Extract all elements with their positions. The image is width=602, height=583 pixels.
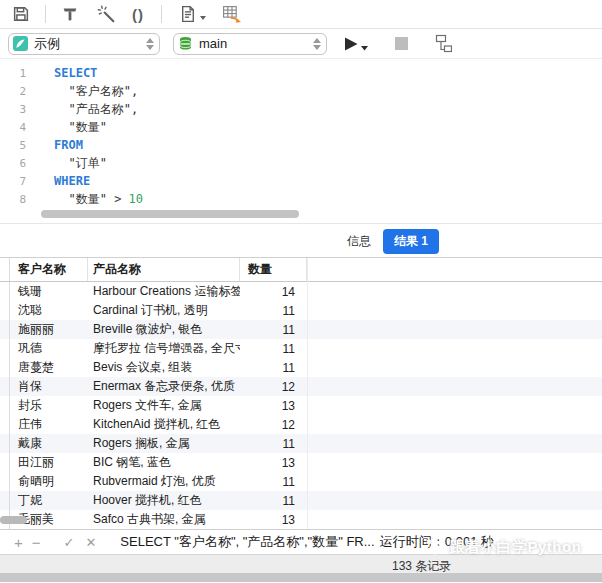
revert-changes-icon[interactable]: ✕ <box>85 536 96 549</box>
grid-cell-quantity[interactable]: 13 <box>240 456 307 470</box>
grid-cell-quantity[interactable]: 11 <box>240 361 307 375</box>
grid-cell-product[interactable]: KitchenAid 搅拌机, 红色 <box>88 416 240 433</box>
query-preview-text: SELECT "客户名称", "产品名称","数量" FR... <box>120 533 374 551</box>
grid-body: 钱珊Harbour Creations 运输标签,14沈聪Cardinal 订书… <box>0 282 602 529</box>
grid-cell-product[interactable]: Rogers 搁板, 金属 <box>88 435 240 452</box>
line-number: 5 <box>0 139 26 152</box>
grid-cell-quantity[interactable]: 11 <box>240 304 307 318</box>
grid-cell-customer[interactable]: 封乐 <box>10 397 88 414</box>
grid-cell-customer[interactable]: 丁妮 <box>10 492 88 509</box>
save-icon[interactable] <box>12 5 30 23</box>
grid-cell-customer[interactable]: 戴康 <box>10 435 88 452</box>
grid-column-divider <box>307 258 308 529</box>
delete-row-icon[interactable]: − <box>32 535 41 550</box>
magic-wand-icon[interactable] <box>97 5 116 24</box>
grid-cell-customer[interactable]: 施丽丽 <box>10 321 88 338</box>
sql-editor[interactable]: 1SELECT2 "客户名称",3 "产品名称",4 "数量"5FROM6 "订… <box>0 59 602 224</box>
grid-row-gutter <box>0 491 10 510</box>
grid-cell-customer[interactable]: 俞晒明 <box>10 473 88 490</box>
schema-select-value: main <box>199 36 313 51</box>
table-row[interactable]: 唐蔓楚Bevis 会议桌, 组装11 <box>0 358 602 377</box>
database-icon <box>178 36 193 51</box>
grid-cell-product[interactable]: Breville 微波炉, 银色 <box>88 321 240 338</box>
hammer-icon[interactable] <box>61 5 79 23</box>
grid-cell-product[interactable]: Cardinal 订书机, 透明 <box>88 302 240 319</box>
table-row[interactable]: 庄伟KitchenAid 搅拌机, 红色12 <box>0 415 602 434</box>
grid-cell-customer[interactable]: 庄伟 <box>10 416 88 433</box>
stop-icon[interactable] <box>395 37 408 50</box>
grid-cell-quantity[interactable]: 12 <box>240 418 307 432</box>
grid-row-gutter <box>0 377 10 396</box>
table-row[interactable]: 丁妮Hoover 搅拌机, 红色11 <box>0 491 602 510</box>
column-header-product[interactable]: 产品名称 <box>88 258 240 281</box>
grid-cell-customer[interactable]: 肖保 <box>10 378 88 395</box>
sql-client-window: () 示例 <box>0 0 602 583</box>
grid-cell-product[interactable]: BIC 钢笔, 蓝色 <box>88 454 240 471</box>
tab-info[interactable]: 信息 <box>347 233 371 250</box>
grid-cell-quantity[interactable]: 11 <box>240 323 307 337</box>
column-header-customer[interactable]: 客户名称 <box>10 258 88 281</box>
grid-cell-quantity[interactable]: 11 <box>240 494 307 508</box>
grid-cell-customer[interactable]: 钱珊 <box>10 283 88 300</box>
export-resultset-icon[interactable] <box>222 5 242 24</box>
grid-cell-product[interactable]: Rubvermaid 灯泡, 优质 <box>88 473 240 490</box>
add-row-icon[interactable]: + <box>14 535 23 550</box>
grid-cell-product[interactable]: Safco 古典书架, 金属 <box>88 511 240 528</box>
play-icon <box>345 37 358 50</box>
grid-scrollbar-thumb[interactable] <box>0 516 27 524</box>
parentheses-icon[interactable]: () <box>132 6 144 23</box>
grid-cell-product[interactable]: Bevis 会议桌, 组装 <box>88 359 240 376</box>
grid-cell-customer[interactable]: 唐蔓楚 <box>10 359 88 376</box>
grid-cell-quantity[interactable]: 13 <box>240 513 307 527</box>
chevron-up-down-icon <box>146 38 154 50</box>
table-row[interactable]: 沈聪Cardinal 订书机, 透明11 <box>0 301 602 320</box>
script-document-icon[interactable] <box>179 5 206 23</box>
runtime-label: 运行时间：0.001 秒 <box>380 533 494 551</box>
grid-cell-product[interactable]: Enermax 备忘录便条, 优质 <box>88 378 240 395</box>
grid-cell-quantity[interactable]: 14 <box>240 285 307 299</box>
grid-bottom-toolbar: + − ✓ ✕ SELECT "客户名称", "产品名称","数量" FR...… <box>0 529 602 554</box>
result-tabs: 信息 结果 1 <box>0 224 602 257</box>
database-select[interactable]: 示例 <box>8 33 160 55</box>
grid-row-gutter <box>0 434 10 453</box>
editor-line: 7WHERE <box>0 172 602 190</box>
grid-cell-customer[interactable]: 巩德 <box>10 340 88 357</box>
table-row[interactable]: 肖保Enermax 备忘录便条, 优质12 <box>0 377 602 396</box>
tab-result-1[interactable]: 结果 1 <box>383 229 439 254</box>
table-row[interactable]: 钱珊Harbour Creations 运输标签,14 <box>0 282 602 301</box>
table-row[interactable]: 封乐Rogers 文件车, 金属13 <box>0 396 602 415</box>
table-row[interactable]: 戴康Rogers 搁板, 金属11 <box>0 434 602 453</box>
grid-cell-quantity[interactable]: 13 <box>240 399 307 413</box>
table-row[interactable]: 毛丽美Safco 古典书架, 金属13 <box>0 510 602 529</box>
table-row[interactable]: 巩德摩托罗拉 信号增强器, 全尺寸11 <box>0 339 602 358</box>
editor-horizontal-scrollbar[interactable] <box>41 210 299 218</box>
grid-cell-product[interactable]: Hoover 搅拌机, 红色 <box>88 492 240 509</box>
sqlite-file-icon <box>13 36 28 51</box>
code-text: "数量" <box>54 119 107 136</box>
line-number: 4 <box>0 121 26 134</box>
chevron-down-icon <box>361 46 368 51</box>
table-row[interactable]: 俞晒明Rubvermaid 灯泡, 优质11 <box>0 472 602 491</box>
grid-cell-customer[interactable]: 沈聪 <box>10 302 88 319</box>
table-row[interactable]: 施丽丽Breville 微波炉, 银色11 <box>0 320 602 339</box>
grid-cell-customer[interactable]: 田江丽 <box>10 454 88 471</box>
grid-cell-quantity[interactable]: 12 <box>240 380 307 394</box>
grid-cell-product[interactable]: Harbour Creations 运输标签, <box>88 283 240 300</box>
table-row[interactable]: 田江丽BIC 钢笔, 蓝色13 <box>0 453 602 472</box>
grid-row-gutter <box>0 339 10 358</box>
toolbar-separator <box>161 5 162 23</box>
record-count-label: 133 条记录 <box>392 558 451 575</box>
chevron-up-down-icon <box>313 38 321 50</box>
code-text: "产品名称", <box>54 101 138 118</box>
schema-select[interactable]: main <box>173 33 327 55</box>
apply-changes-icon[interactable]: ✓ <box>64 536 75 549</box>
code-text: WHERE <box>54 174 90 188</box>
column-header-quantity[interactable]: 数量 <box>240 258 307 281</box>
grid-cell-product[interactable]: Rogers 文件车, 金属 <box>88 397 240 414</box>
grid-cell-product[interactable]: 摩托罗拉 信号增强器, 全尺寸 <box>88 340 240 357</box>
grid-cell-quantity[interactable]: 11 <box>240 475 307 489</box>
execute-query-button[interactable] <box>343 36 369 52</box>
execution-plan-icon[interactable] <box>432 34 452 53</box>
grid-cell-quantity[interactable]: 11 <box>240 342 307 356</box>
grid-cell-quantity[interactable]: 11 <box>240 437 307 451</box>
